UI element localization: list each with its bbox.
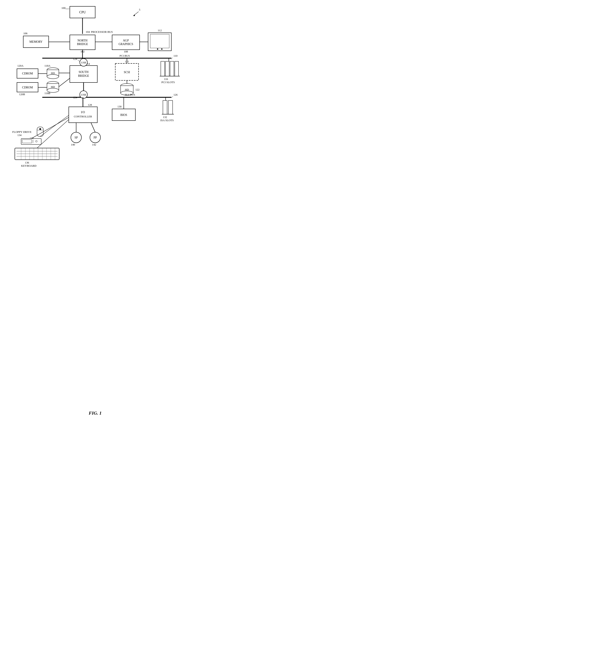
diagram-container: CPU 100 5 104 PROCESSOR BUS NORTH BRIDGE… xyxy=(0,0,190,207)
svg-text:USB: USB xyxy=(81,61,86,64)
svg-line-50 xyxy=(78,60,80,61)
svg-point-26 xyxy=(161,48,162,50)
figure-label: FIG. 1 xyxy=(0,207,190,416)
svg-text:GRAPHICS: GRAPHICS xyxy=(118,43,133,46)
svg-text:HD: HD xyxy=(51,85,55,88)
svg-rect-35 xyxy=(165,61,169,76)
svg-text:140: 140 xyxy=(71,143,75,146)
svg-text:AGP: AGP xyxy=(123,39,129,42)
svg-text:108: 108 xyxy=(124,50,128,53)
svg-rect-34 xyxy=(161,61,165,76)
svg-rect-37 xyxy=(175,61,179,76)
svg-text:126: 126 xyxy=(173,93,178,96)
svg-text:SCSI: SCSI xyxy=(124,71,130,74)
svg-text:FLOPPY DRIVE: FLOPPY DRIVE xyxy=(12,130,32,133)
svg-text:PCI  BUS: PCI BUS xyxy=(120,54,130,57)
svg-text:118A: 118A xyxy=(44,64,51,67)
svg-text:124: 124 xyxy=(73,57,77,60)
svg-text:USB: USB xyxy=(81,93,86,96)
svg-text:BRIDGE: BRIDGE xyxy=(78,74,89,77)
svg-text:SOUTH: SOUTH xyxy=(79,70,89,74)
svg-text:124: 124 xyxy=(73,96,77,99)
svg-rect-135 xyxy=(21,139,41,144)
svg-text:110: 110 xyxy=(173,54,177,57)
svg-text:NORTH: NORTH xyxy=(77,39,87,42)
svg-text:132: 132 xyxy=(163,115,167,119)
svg-text:100: 100 xyxy=(61,6,66,10)
svg-rect-24 xyxy=(150,34,169,48)
svg-text:PROCESSOR BUS: PROCESSOR BUS xyxy=(91,30,113,33)
svg-text:120B: 120B xyxy=(19,93,25,96)
svg-line-33 xyxy=(171,58,172,59)
svg-text:116: 116 xyxy=(164,77,168,81)
svg-text:118B: 118B xyxy=(44,92,50,95)
svg-text:HD: HD xyxy=(125,88,129,91)
svg-text:130: 130 xyxy=(117,105,122,108)
svg-text:I/O: I/O xyxy=(81,111,85,114)
svg-text:112: 112 xyxy=(158,29,162,32)
svg-text:5: 5 xyxy=(139,8,140,11)
svg-point-115 xyxy=(39,128,41,130)
svg-text:ISA  BUS: ISA BUS xyxy=(125,93,135,96)
svg-text:134: 134 xyxy=(17,133,22,137)
svg-rect-42 xyxy=(70,66,97,82)
svg-text:SP: SP xyxy=(74,136,78,139)
svg-text:136: 136 xyxy=(25,161,29,164)
svg-text:MEMORY: MEMORY xyxy=(29,40,43,43)
svg-text:CONTROLLER: CONTROLLER xyxy=(74,115,92,118)
svg-line-85 xyxy=(171,96,173,98)
svg-line-141 xyxy=(31,117,69,139)
svg-line-116 xyxy=(40,115,69,136)
svg-text:142: 142 xyxy=(92,143,96,146)
svg-rect-18 xyxy=(112,35,140,50)
svg-text:PP: PP xyxy=(93,136,97,139)
svg-text:BRIDGE: BRIDGE xyxy=(77,43,88,46)
svg-text:106: 106 xyxy=(23,32,27,35)
svg-text:CPU: CPU xyxy=(79,10,86,14)
svg-line-72 xyxy=(59,78,70,87)
svg-text:120A: 120A xyxy=(17,64,24,67)
svg-text:128: 128 xyxy=(88,103,92,106)
svg-point-63 xyxy=(47,74,59,79)
svg-text:104: 104 xyxy=(86,30,90,33)
circuit-diagram: CPU 100 5 104 PROCESSOR BUS NORTH BRIDGE… xyxy=(0,0,190,207)
svg-text:HD: HD xyxy=(51,71,55,75)
svg-text:PCI SLOTS: PCI SLOTS xyxy=(161,81,175,84)
svg-rect-90 xyxy=(163,100,167,114)
svg-text:ISA SLOTS: ISA SLOTS xyxy=(160,119,174,122)
svg-text:CDROM: CDROM xyxy=(22,86,33,89)
svg-text:BIOS: BIOS xyxy=(120,113,127,117)
svg-rect-36 xyxy=(170,61,174,76)
svg-point-25 xyxy=(157,48,158,50)
svg-rect-119 xyxy=(15,148,59,160)
svg-rect-10 xyxy=(70,35,95,50)
svg-text:CDROM: CDROM xyxy=(22,72,33,75)
svg-text:122: 122 xyxy=(135,88,140,91)
svg-text:KEYBOARD: KEYBOARD xyxy=(21,164,36,167)
svg-rect-91 xyxy=(168,100,173,114)
svg-line-112 xyxy=(91,123,95,132)
